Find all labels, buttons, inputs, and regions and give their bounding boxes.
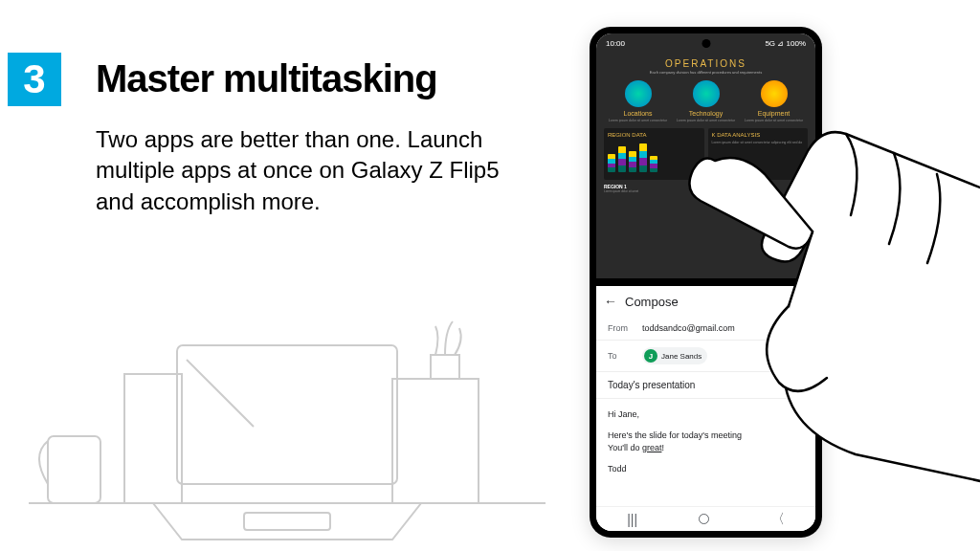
home-icon[interactable]: [699, 514, 709, 524]
svg-rect-5: [124, 374, 182, 503]
svg-rect-6: [392, 379, 479, 503]
body-copy: Two apps are better than one. Launch mul…: [96, 124, 507, 217]
svg-rect-7: [431, 355, 459, 379]
to-label: To: [608, 351, 635, 361]
globe-icon: [625, 80, 652, 107]
status-indicators: 5G ⊿ 100%: [765, 39, 806, 48]
from-label: From: [608, 323, 635, 333]
step-number-badge: 3: [8, 53, 61, 106]
infographic-title: OPERATIONS: [604, 58, 808, 69]
svg-rect-2: [177, 345, 397, 484]
equipment-icon: [761, 80, 788, 107]
svg-line-3: [187, 360, 254, 427]
android-nav-bar: ||| 〈: [596, 506, 815, 531]
svg-rect-1: [48, 436, 100, 503]
recents-icon[interactable]: |||: [627, 512, 637, 527]
back-icon[interactable]: ←: [604, 294, 617, 309]
desk-illustration: [29, 283, 546, 551]
infographic-subtitle: Each company division has different proc…: [604, 70, 808, 75]
status-time: 10:00: [606, 39, 625, 48]
svg-rect-4: [244, 513, 330, 530]
camera-notch: [702, 39, 710, 48]
headline: Master multitasking: [96, 57, 437, 100]
hand-illustration: [645, 105, 980, 488]
tech-icon: [693, 80, 720, 107]
back-nav-icon[interactable]: 〈: [771, 511, 785, 528]
